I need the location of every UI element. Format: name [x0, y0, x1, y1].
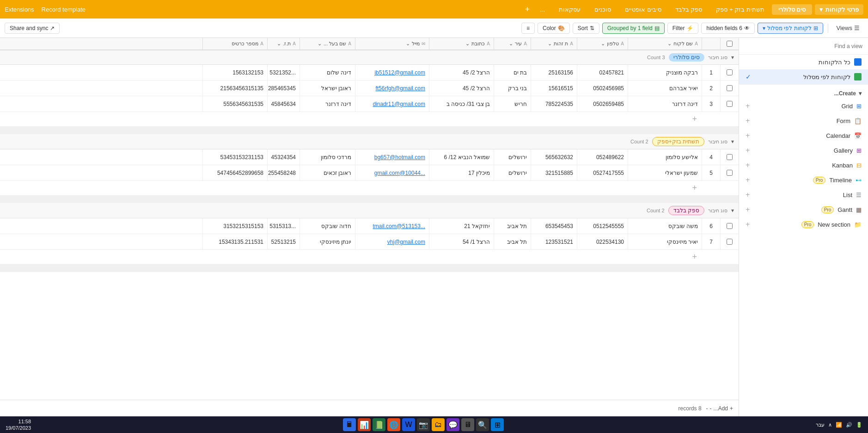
row7-city[interactable]: תל אביב: [494, 234, 531, 249]
extensions-link[interactable]: Extensions: [5, 6, 34, 13]
hidden-fields-btn[interactable]: 👁 6 hidden fields: [701, 23, 754, 34]
row7-tz[interactable]: 52513215: [267, 234, 300, 249]
sidebar-item-all-clients[interactable]: כל הלקוחות: [739, 55, 868, 69]
row1-name[interactable]: רבקה מוצניק: [628, 65, 702, 80]
row5-checkbox[interactable]: [720, 165, 739, 180]
row1-checkbox[interactable]: [720, 65, 739, 80]
row1-phone[interactable]: 02457821: [577, 65, 628, 80]
taskbar-app-1[interactable]: 🖩: [343, 418, 356, 431]
group1-expand-icon[interactable]: ▾: [731, 54, 734, 61]
row2-id[interactable]: 15616515: [531, 80, 577, 96]
create-calendar[interactable]: 📅 Calendar +: [739, 128, 868, 143]
row4-check[interactable]: [727, 154, 733, 160]
group2-expand-icon[interactable]: ▾: [731, 138, 734, 145]
row7-owner[interactable]: יונתן מיזינסקי: [300, 234, 355, 249]
row6-check[interactable]: [727, 223, 733, 229]
filter-btn[interactable]: ⚡ Filter: [667, 23, 699, 34]
add-list-icon[interactable]: +: [746, 191, 750, 199]
add-grid-icon[interactable]: +: [746, 102, 750, 110]
row3-card[interactable]: 5556345631535: [202, 96, 267, 111]
header-col-phone[interactable]: A טלפון ⌄: [577, 38, 628, 49]
taskbar-app-9[interactable]: 🖥: [461, 418, 474, 431]
add-section-icon[interactable]: +: [746, 220, 750, 229]
row5-id[interactable]: 321515885: [531, 165, 577, 180]
header-col-owner[interactable]: A שם בעל ... ⌄: [300, 38, 355, 49]
row7-name[interactable]: יאיר מיזינסקי: [628, 234, 702, 249]
tab-infra[interactable]: תשתית בזק + ספק: [709, 4, 770, 15]
row7-check[interactable]: [727, 239, 733, 245]
taskbar-app-7[interactable]: 🗂: [432, 418, 445, 431]
row1-owner[interactable]: דינה שלום: [300, 65, 355, 80]
header-col-name[interactable]: A שם לקוח ⌄: [628, 38, 702, 49]
color-btn[interactable]: 🎨 Color: [538, 23, 570, 34]
row6-name[interactable]: משה שובקס: [628, 218, 702, 234]
group3-add-row[interactable]: +: [0, 250, 739, 265]
tab-more[interactable]: ...: [533, 4, 551, 15]
row6-phone[interactable]: 0512545555: [577, 218, 628, 234]
tab-provider[interactable]: ספק בלבד: [669, 4, 709, 15]
row4-checkbox[interactable]: [720, 149, 739, 165]
row2-tz[interactable]: 285465345: [267, 80, 300, 96]
select-all-checkbox[interactable]: [727, 41, 733, 47]
row5-email[interactable]: ...10044@gmail.com: [355, 165, 429, 180]
row2-city[interactable]: בני ברק: [494, 80, 531, 96]
row3-owner[interactable]: דינה דרזנר: [300, 96, 355, 111]
record-template-link[interactable]: Record template: [42, 6, 86, 13]
row-height-btn[interactable]: ≡: [521, 23, 535, 34]
row3-phone[interactable]: 0502659485: [577, 96, 628, 111]
row3-checkbox[interactable]: [720, 96, 739, 111]
header-checkbox[interactable]: [720, 38, 739, 49]
add-gantt-icon[interactable]: +: [746, 205, 750, 214]
row1-id[interactable]: 25163156: [531, 65, 577, 80]
taskbar-app-8[interactable]: 💬: [446, 418, 459, 431]
taskbar-windows-icon[interactable]: ⊞: [491, 418, 504, 431]
taskbar-app-4[interactable]: 🌐: [387, 418, 400, 431]
row4-owner[interactable]: מרדכי סלומון: [300, 149, 355, 165]
row1-check[interactable]: [727, 69, 733, 75]
tab-sim[interactable]: סים סלולרי: [772, 4, 813, 15]
row3-city[interactable]: חריש: [494, 96, 531, 111]
row5-card[interactable]: 547456452899658: [202, 165, 267, 180]
row3-email[interactable]: dinadr11@gmail.com: [355, 96, 429, 111]
footer-add-btn[interactable]: + Add... - -: [706, 405, 733, 412]
add-kanban-icon[interactable]: +: [746, 161, 750, 169]
create-timeline[interactable]: ⊶ Timeline Pro +: [739, 173, 868, 187]
header-col-email[interactable]: ✉ מייל ⌄: [355, 38, 429, 49]
row5-name[interactable]: שמעון ישראלי: [628, 165, 702, 180]
header-col-id[interactable]: A ת זהות ⌄: [531, 38, 577, 49]
row6-id[interactable]: 653545453: [531, 218, 577, 234]
row4-city[interactable]: ירושלים: [494, 149, 531, 165]
create-gantt[interactable]: ▦ Gantt Pro +: [739, 202, 868, 217]
add-timeline-icon[interactable]: +: [746, 176, 750, 184]
row3-check[interactable]: [727, 101, 733, 107]
row7-email[interactable]: vhj@gmail.com: [355, 234, 429, 249]
row6-addr[interactable]: יחזקאל 21: [429, 218, 494, 234]
row6-checkbox[interactable]: [720, 218, 739, 234]
row4-tz[interactable]: 45324354: [267, 149, 300, 165]
row6-owner[interactable]: חדוה שובקס: [300, 218, 355, 234]
row5-city[interactable]: ירושלים: [494, 165, 531, 180]
row1-card[interactable]: 1563132153: [202, 65, 267, 80]
row3-addr[interactable]: בן צבי 31/ כניסה ב: [429, 96, 494, 111]
row2-name[interactable]: יאיר אברהם: [628, 80, 702, 96]
row1-city[interactable]: בת ים: [494, 65, 531, 80]
create-kanban[interactable]: ⊟ Kanban +: [739, 158, 868, 173]
row5-check[interactable]: [727, 170, 733, 176]
header-col-addr[interactable]: A כתובת ⌄: [429, 38, 494, 49]
add-form-icon[interactable]: +: [746, 117, 750, 125]
add-gallery-icon[interactable]: +: [746, 146, 750, 155]
row2-owner[interactable]: ראובן ישראל: [300, 80, 355, 96]
row4-id[interactable]: 565632632: [531, 149, 577, 165]
search-input[interactable]: [745, 43, 862, 49]
add-tab-button[interactable]: +: [522, 5, 533, 14]
taskbar-app-3[interactable]: 📗: [373, 418, 385, 431]
row5-addr[interactable]: מיכלין 17: [429, 165, 494, 180]
row5-owner[interactable]: ראובן זכאים: [300, 165, 355, 180]
create-list[interactable]: ☰ List +: [739, 187, 868, 202]
row2-phone[interactable]: 0502456985: [577, 80, 628, 96]
views-toggle[interactable]: ☰ Views: [833, 23, 863, 33]
row4-name[interactable]: אלישע סלומון: [628, 149, 702, 165]
sort-btn[interactable]: ⇅ Sort: [573, 23, 599, 34]
group1-add-row[interactable]: +: [0, 112, 739, 127]
share-sync-btn[interactable]: ↗ Share and sync: [5, 23, 60, 34]
